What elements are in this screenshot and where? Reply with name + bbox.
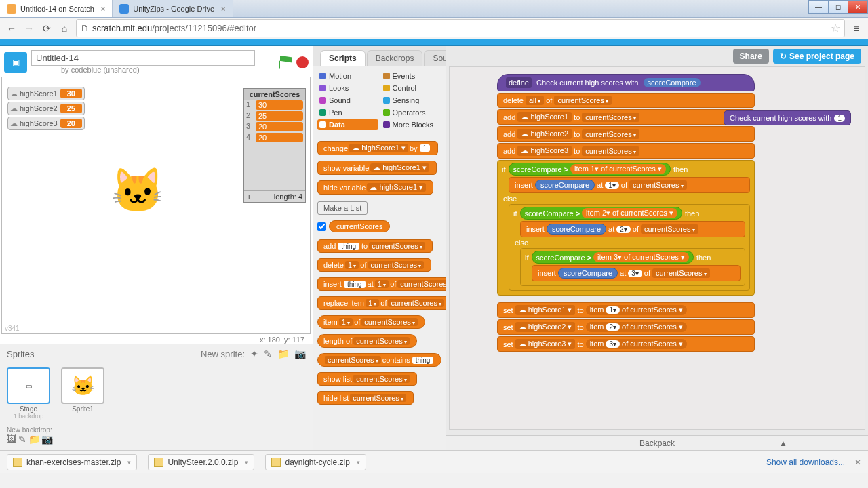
- script-call-block[interactable]: Check current high scores with1: [724, 108, 851, 125]
- choose-backdrop-icon[interactable]: 🖼: [7, 434, 16, 445]
- close-icon[interactable]: ×: [221, 5, 225, 13]
- share-button[interactable]: Share: [733, 49, 769, 64]
- project-byline: by codeblue (unshared): [61, 66, 275, 74]
- category-looks[interactable]: Looks: [317, 83, 378, 94]
- list-reporter[interactable]: currentScores: [329, 220, 390, 232]
- list-monitor[interactable]: currentScores 130 225 320 420 + length: …: [243, 88, 306, 203]
- file-icon: [154, 458, 163, 467]
- show-all-downloads-link[interactable]: Show all downloads...: [766, 458, 845, 467]
- block-show-var[interactable]: show variable☁ highScore1 ▾: [317, 161, 437, 175]
- block-hide-list[interactable]: hide listcurrentScores: [317, 391, 414, 405]
- variable-monitor[interactable]: ☁ highScore1 30: [7, 87, 85, 100]
- cloud-icon: ☁: [10, 119, 18, 128]
- menu-icon[interactable]: ≡: [850, 22, 863, 35]
- close-icon[interactable]: ×: [101, 5, 105, 13]
- script-stack-main[interactable]: define Check current high scores with sc…: [497, 74, 755, 352]
- category-pen[interactable]: Pen: [317, 107, 378, 118]
- chevron-down-icon[interactable]: ▾: [127, 459, 131, 466]
- project-title-input[interactable]: [31, 50, 255, 66]
- if-block[interactable]: if scoreCompare> item 2▾ of currentScore…: [509, 204, 750, 291]
- cloud-icon: ☁: [10, 89, 18, 98]
- category-list: MotionEventsLooksControlSoundSensingPenO…: [313, 66, 446, 134]
- block-show-list[interactable]: show listcurrentScores: [317, 372, 417, 386]
- choose-sprite-icon[interactable]: ✦: [250, 348, 258, 359]
- back-icon[interactable]: ←: [5, 22, 18, 35]
- reload-icon[interactable]: ⟳: [41, 22, 53, 35]
- stage[interactable]: ☁ highScore1 30 ☁ highScore2 25 ☁ highSc…: [1, 77, 311, 334]
- browser-tab-active[interactable]: Untitled-14 on Scratch ×: [0, 0, 113, 17]
- chevron-up-icon: ▲: [779, 436, 787, 450]
- window-close[interactable]: ✕: [848, 0, 868, 14]
- bookmark-icon[interactable]: ☆: [831, 22, 840, 35]
- category-events[interactable]: Events: [381, 70, 442, 81]
- chevron-down-icon[interactable]: ▾: [245, 459, 248, 466]
- url-input[interactable]: 🗋 scratch.mit.edu/projects/11215096/#edi…: [76, 19, 845, 37]
- script-canvas[interactable]: define Check current high scores with sc…: [449, 66, 865, 430]
- green-flag-icon[interactable]: [279, 56, 292, 69]
- define-hat[interactable]: define Check current high scores with sc…: [497, 74, 755, 92]
- download-item[interactable]: UnitySteer.2.0.0.zip▾: [148, 454, 254, 470]
- block-set-var[interactable]: set☁ highScore2 ▾to item 2▾ of currentSc…: [497, 319, 755, 335]
- tab-scripts[interactable]: Scripts: [320, 50, 366, 66]
- paint-backdrop-icon[interactable]: ✎: [18, 434, 26, 445]
- block-insert-at-list[interactable]: insertthingat1ofcurrentScores: [317, 277, 446, 291]
- camera-backdrop-icon[interactable]: 📷: [41, 434, 53, 445]
- block-hide-var[interactable]: hide variable☁ highScore1 ▾: [317, 180, 433, 195]
- drive-favicon: [119, 4, 129, 14]
- block-add-var-to-list[interactable]: add☁ highScore2tocurrentScores: [497, 126, 755, 142]
- browser-tab[interactable]: UnityZips - Google Drive ×: [113, 0, 233, 17]
- block-length-of[interactable]: length ofcurrentScores: [317, 334, 417, 348]
- upload-backdrop-icon[interactable]: 📁: [28, 434, 40, 445]
- block-delete-all[interactable]: deleteallofcurrentScores: [497, 93, 755, 108]
- sprite-cat[interactable]: 🐱: [111, 165, 165, 216]
- make-list-button[interactable]: Make a List: [317, 201, 368, 215]
- home-icon[interactable]: ⌂: [58, 22, 71, 35]
- window-maximize[interactable]: ◻: [828, 0, 848, 14]
- paint-sprite-icon[interactable]: ✎: [264, 348, 272, 359]
- stop-icon[interactable]: [296, 56, 309, 68]
- block-replace-item[interactable]: replace item1ofcurrentScores: [317, 296, 446, 310]
- category-motion[interactable]: Motion: [317, 70, 378, 81]
- block-delete-of-list[interactable]: delete1ofcurrentScores: [317, 258, 431, 272]
- block-add-var-to-list[interactable]: add☁ highScore3tocurrentScores: [497, 143, 755, 159]
- download-item[interactable]: daynight-cycle.zip▾: [265, 454, 366, 470]
- chevron-down-icon[interactable]: ▾: [357, 459, 360, 466]
- list-add-button[interactable]: +: [247, 192, 251, 201]
- if-block[interactable]: if scoreCompare> item 1▾ of currentScore…: [497, 160, 755, 296]
- forward-icon[interactable]: →: [23, 22, 35, 35]
- category-data[interactable]: Data: [317, 119, 378, 130]
- list-length-label: length: 4: [274, 192, 302, 201]
- close-icon[interactable]: ✕: [854, 458, 861, 467]
- upload-sprite-icon[interactable]: 📁: [277, 348, 289, 359]
- category-more-blocks[interactable]: More Blocks: [381, 119, 442, 130]
- block-set-var[interactable]: set☁ highScore1 ▾to item 1▾ of currentSc…: [497, 302, 755, 318]
- block-insert[interactable]: insertscoreCompareat1▾ofcurrentScores: [509, 177, 750, 193]
- sprite-thumb[interactable]: 🐱 Sprite1: [61, 367, 104, 420]
- list-visible-checkbox[interactable]: [317, 222, 326, 231]
- see-project-page-button[interactable]: ↻ See project page: [773, 49, 861, 64]
- block-item-of[interactable]: item1ofcurrentScores: [317, 315, 425, 329]
- variable-monitor[interactable]: ☁ highScore2 25: [7, 102, 85, 115]
- block-contains[interactable]: currentScorescontainsthing: [317, 353, 441, 367]
- download-item[interactable]: khan-exercises-master.zip▾: [7, 454, 137, 470]
- camera-sprite-icon[interactable]: 📷: [294, 348, 306, 359]
- window-minimize[interactable]: —: [808, 0, 829, 14]
- category-sensing[interactable]: Sensing: [381, 95, 442, 106]
- block-set-var[interactable]: set☁ highScore3 ▾to item 3▾ of currentSc…: [497, 336, 755, 352]
- block-change-var[interactable]: change☁ highScore1 ▾by1: [317, 141, 438, 155]
- category-control[interactable]: Control: [381, 83, 442, 94]
- scratch-favicon: [7, 4, 16, 14]
- fullscreen-toggle[interactable]: ▣: [4, 52, 27, 73]
- block-add-to-list[interactable]: addthingtocurrentScores: [317, 239, 433, 253]
- block-add-var-to-list[interactable]: add☁ highScore1tocurrentScores: [497, 109, 755, 125]
- block-insert[interactable]: insertscoreCompareat3▾ofcurrentScores: [532, 265, 741, 281]
- category-sound[interactable]: Sound: [317, 95, 378, 106]
- tab-backdrops[interactable]: Backdrops: [367, 50, 423, 66]
- backpack-bar[interactable]: Backpack ▲: [446, 435, 868, 450]
- new-sprite-label: New sprite:: [201, 349, 245, 359]
- if-block[interactable]: if scoreCompare> item 3▾ of currentScore…: [520, 248, 745, 286]
- stage-thumb[interactable]: ▭ Stage 1 backdrop: [7, 367, 50, 420]
- variable-monitor[interactable]: ☁ highScore3 20: [7, 117, 85, 130]
- block-insert[interactable]: insertscoreCompareat2▾ofcurrentScores: [520, 221, 745, 237]
- category-operators[interactable]: Operators: [381, 107, 442, 118]
